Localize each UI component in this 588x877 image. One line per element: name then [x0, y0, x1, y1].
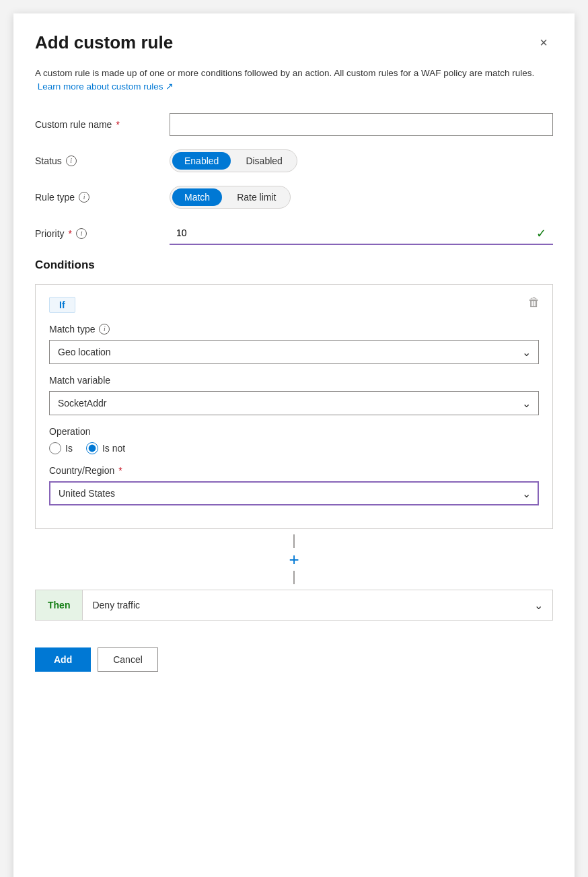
country-region-select[interactable]: United States [49, 481, 539, 505]
match-variable-select-wrap: SocketAddr ⌄ [49, 391, 539, 415]
status-control: Enabled Disabled [170, 149, 553, 172]
status-info-icon[interactable]: i [66, 155, 77, 166]
operation-is-not-text: Is not [102, 443, 125, 454]
priority-control: ✓ [170, 222, 553, 245]
status-disabled-button[interactable]: Disabled [233, 152, 294, 170]
custom-rule-name-control [170, 113, 553, 136]
arrow-line-bottom [293, 571, 295, 584]
country-region-label: Country/Region * [49, 465, 539, 476]
delete-condition-button[interactable]: 🗑 [528, 295, 540, 310]
status-row: Status i Enabled Disabled [35, 149, 553, 172]
country-region-select-wrap: United States ⌄ [49, 481, 539, 505]
match-type-select-wrap: Geo location ⌄ [49, 340, 539, 364]
match-variable-label: Match variable [49, 375, 539, 386]
then-badge: Then [36, 590, 83, 620]
if-badge: If [49, 297, 75, 313]
status-toggle-group: Enabled Disabled [170, 149, 297, 172]
operation-is-text: Is [65, 443, 73, 454]
match-type-info-icon[interactable]: i [99, 324, 110, 335]
add-custom-rule-dialog: Add custom rule × A custom rule is made … [13, 13, 575, 877]
external-link-icon: ↗ [166, 81, 174, 92]
priority-label: Priority * i [35, 228, 170, 239]
operation-section: Operation Is Is not [49, 426, 539, 454]
operation-label: Operation [49, 426, 539, 437]
close-button[interactable]: × [534, 32, 553, 53]
rule-type-match-button[interactable]: Match [172, 188, 222, 206]
status-label: Status i [35, 155, 170, 166]
custom-rule-name-input[interactable] [170, 113, 553, 136]
match-type-label: Match type i [49, 324, 539, 335]
condition-card: If 🗑 Match type i Geo location ⌄ Match v… [35, 284, 553, 529]
status-enabled-button[interactable]: Enabled [172, 152, 231, 170]
conditions-section-title: Conditions [35, 258, 553, 272]
priority-required-star: * [69, 228, 72, 239]
operation-is-not-label[interactable]: Is not [86, 442, 125, 454]
custom-rule-name-row: Custom rule name * [35, 113, 553, 136]
add-condition-button[interactable]: + [289, 551, 299, 568]
then-action-select-wrap: Deny traffic ⌄ [83, 590, 552, 620]
operation-is-not-radio[interactable] [86, 442, 98, 454]
rule-type-label: Rule type i [35, 192, 170, 203]
learn-more-link[interactable]: Learn more about custom rules ↗ [38, 81, 174, 92]
then-action-select[interactable]: Deny traffic [83, 590, 552, 620]
then-row: Then Deny traffic ⌄ [35, 590, 553, 621]
country-required-star: * [118, 465, 122, 476]
dialog-header: Add custom rule × [35, 32, 553, 53]
priority-check-icon: ✓ [536, 226, 546, 241]
priority-input[interactable] [170, 222, 553, 245]
dialog-description: A custom rule is made up of one or more … [35, 67, 553, 94]
match-variable-select[interactable]: SocketAddr [49, 391, 539, 415]
cancel-button[interactable]: Cancel [98, 647, 158, 672]
arrow-line-top [293, 534, 295, 548]
operation-is-label[interactable]: Is [49, 442, 73, 454]
priority-row: Priority * i ✓ [35, 222, 553, 245]
rule-type-control: Match Rate limit [170, 186, 553, 209]
priority-input-wrap: ✓ [170, 222, 553, 245]
add-button[interactable]: Add [35, 647, 91, 672]
rule-type-toggle-group: Match Rate limit [170, 186, 291, 209]
rule-type-rate-limit-button[interactable]: Rate limit [225, 188, 288, 206]
custom-rule-name-label: Custom rule name * [35, 119, 170, 130]
add-condition-connector: + [35, 529, 553, 590]
dialog-footer: Add Cancel [35, 647, 553, 672]
rule-type-info-icon[interactable]: i [79, 192, 89, 203]
description-text: A custom rule is made up of one or more … [35, 68, 534, 78]
match-type-select[interactable]: Geo location [49, 340, 539, 364]
operation-is-radio[interactable] [49, 442, 61, 454]
required-star: * [116, 119, 119, 130]
rule-type-row: Rule type i Match Rate limit [35, 186, 553, 209]
dialog-title: Add custom rule [35, 32, 173, 53]
priority-info-icon[interactable]: i [76, 228, 87, 239]
operation-row: Is Is not [49, 442, 539, 454]
